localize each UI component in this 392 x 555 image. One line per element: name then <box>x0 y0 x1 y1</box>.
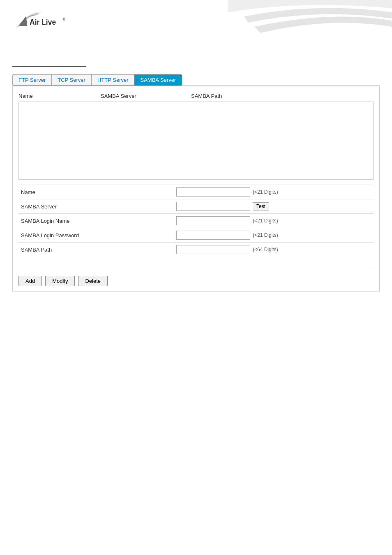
label-samba-path: SAMBA Path <box>20 247 176 253</box>
table-header: Name SAMBA Server SAMBA Path <box>18 91 374 102</box>
form-row-login-password: SAMBA Login Password (<21 Digits) <box>18 228 374 242</box>
input-area-samba-server: Test <box>176 202 372 211</box>
input-area-samba-path: (<64 Digits) <box>176 245 372 254</box>
form-row-login-name: SAMBA Login Name (<21 Digits) <box>18 213 374 228</box>
svg-text:®: ® <box>63 17 66 21</box>
form-row-name: Name (<21 Digits) <box>18 185 374 199</box>
tab-ftp[interactable]: FTP Server <box>12 74 51 86</box>
header-decoration <box>187 0 392 45</box>
form-row-samba-path: SAMBA Path (<64 Digits) <box>18 242 374 257</box>
label-samba-server: SAMBA Server <box>20 204 176 210</box>
page-header: Air Live ® <box>0 0 392 45</box>
svg-text:Air Live: Air Live <box>30 18 56 26</box>
logo: Air Live ® <box>12 7 70 35</box>
test-button[interactable]: Test <box>253 202 269 210</box>
delete-button[interactable]: Delete <box>78 276 108 286</box>
input-login-password[interactable] <box>176 231 250 240</box>
airlive-logo-svg: Air Live ® <box>12 7 70 34</box>
input-name[interactable] <box>176 187 250 197</box>
hint-samba-path: (<64 Digits) <box>253 247 278 252</box>
col-samba-path: SAMBA Path <box>191 93 314 99</box>
input-samba-server[interactable] <box>176 202 250 211</box>
hint-name: (<21 Digits) <box>253 189 278 195</box>
tab-tcp[interactable]: TCP Server <box>51 74 91 86</box>
input-login-name[interactable] <box>176 216 250 225</box>
input-area-login-name: (<21 Digits) <box>176 216 372 225</box>
hint-login-name: (<21 Digits) <box>253 218 278 224</box>
form-row-samba-server: SAMBA Server Test <box>18 199 374 213</box>
col-samba-server: SAMBA Server <box>101 93 191 99</box>
section-divider <box>12 66 86 67</box>
input-area-login-password: (<21 Digits) <box>176 231 372 240</box>
input-samba-path[interactable] <box>176 245 250 254</box>
label-name: Name <box>20 189 176 195</box>
label-login-name: SAMBA Login Name <box>20 218 176 224</box>
tab-http[interactable]: HTTP Server <box>91 74 134 86</box>
action-buttons: Add Modify Delete <box>18 269 374 286</box>
label-login-password: SAMBA Login Password <box>20 232 176 238</box>
col-name: Name <box>18 93 101 99</box>
main-content: FTP Server TCP Server HTTP Server SAMBA … <box>0 45 392 300</box>
add-button[interactable]: Add <box>18 276 42 286</box>
input-area-name: (<21 Digits) <box>176 187 372 197</box>
modify-button[interactable]: Modify <box>45 276 75 286</box>
content-panel: Name SAMBA Server SAMBA Path Name (<21 D… <box>12 86 380 291</box>
svg-marker-0 <box>19 16 28 26</box>
hint-login-password: (<21 Digits) <box>253 232 278 238</box>
tab-bar: FTP Server TCP Server HTTP Server SAMBA … <box>12 74 380 86</box>
tab-samba[interactable]: SAMBA Server <box>134 74 182 86</box>
samba-list[interactable] <box>18 102 374 180</box>
